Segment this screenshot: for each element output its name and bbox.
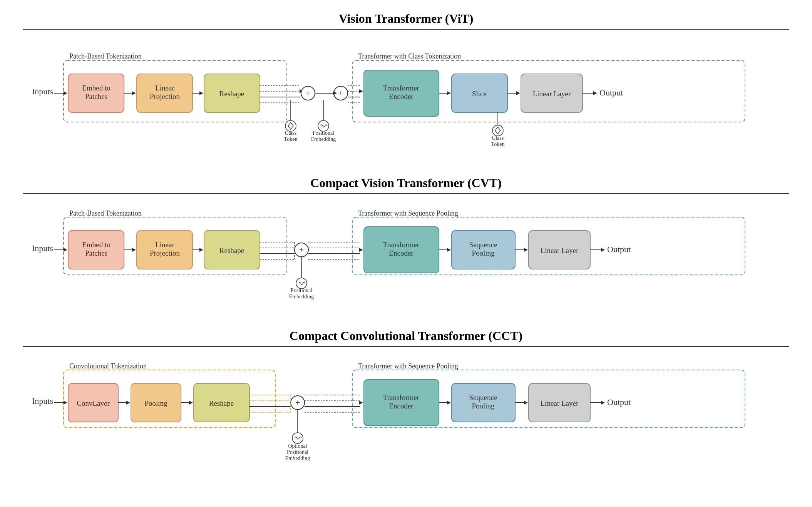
svg-marker-70	[132, 248, 136, 252]
svg-text:Inputs: Inputs	[32, 243, 53, 253]
svg-text:+: +	[299, 245, 303, 254]
svg-marker-108	[601, 248, 605, 252]
svg-text:+: +	[338, 88, 343, 98]
svg-text:Reshape: Reshape	[219, 90, 244, 98]
vit-trans-group-label: Transformer with Class Tokenization	[358, 52, 461, 60]
svg-text:Transformer: Transformer	[383, 241, 419, 249]
svg-text:Convolutional Tokenization: Convolutional Tokenization	[69, 362, 147, 370]
svg-text:Linear Layer: Linear Layer	[540, 246, 578, 254]
vit-section: Vision Transformer (ViT) Patch-Based Tok…	[23, 8, 789, 168]
svg-text:Embed to: Embed to	[82, 241, 110, 249]
cct-title: Compact Convolutional Transformer (CCT)	[23, 325, 789, 343]
svg-text:Token: Token	[284, 136, 297, 142]
svg-marker-45	[447, 91, 451, 95]
svg-text:Transformer: Transformer	[383, 84, 419, 92]
svg-text:Encoder: Encoder	[389, 402, 414, 410]
svg-marker-158	[601, 401, 605, 405]
svg-text:Slice: Slice	[472, 90, 487, 98]
svg-marker-116	[64, 401, 67, 405]
svg-text:Inputs: Inputs	[32, 396, 53, 406]
svg-marker-99	[447, 248, 451, 252]
svg-text:Linear: Linear	[155, 84, 174, 92]
svg-marker-54	[516, 91, 520, 95]
svg-text:Sequence: Sequence	[469, 241, 497, 249]
cvt-title: Compact Vision Transformer (CVT)	[23, 172, 789, 190]
svg-text:ConvLayer: ConvLayer	[77, 399, 110, 407]
svg-text:+: +	[305, 88, 310, 98]
cct-section: Compact Convolutional Transformer (CCT) …	[23, 325, 789, 478]
cvt-section: Compact Vision Transformer (CVT) Patch-B…	[23, 172, 789, 321]
vit-inputs-label: Inputs	[32, 87, 53, 96]
cvt-diagram: Patch-Based Tokenization Transformer wit…	[25, 206, 787, 321]
svg-marker-8	[132, 91, 136, 95]
svg-marker-149	[447, 401, 451, 405]
svg-text:Embedding: Embedding	[285, 455, 310, 461]
vit-title: Vision Transformer (ViT)	[23, 8, 789, 26]
svg-text:Reshape: Reshape	[219, 246, 244, 254]
svg-text:Reshape: Reshape	[209, 399, 233, 407]
svg-text:Projection: Projection	[149, 92, 180, 100]
svg-text:Linear Layer: Linear Layer	[532, 90, 571, 98]
vit-diagram: Patch-Based Tokenization Transformer wit…	[25, 41, 787, 168]
svg-text:Optional: Optional	[288, 443, 307, 449]
svg-text:Sequence: Sequence	[469, 393, 497, 402]
svg-text:+: +	[295, 398, 300, 407]
svg-marker-65	[64, 248, 67, 252]
vit-divider	[23, 29, 789, 30]
svg-marker-40	[359, 89, 363, 93]
svg-text:Encoder: Encoder	[389, 92, 414, 100]
svg-text:Linear Layer: Linear Layer	[540, 399, 578, 407]
svg-text:Positional: Positional	[312, 130, 334, 136]
cct-divider	[23, 346, 789, 347]
svg-marker-154	[524, 401, 528, 405]
vit-patch-group-label: Patch-Based Tokenization	[69, 52, 142, 60]
svg-text:Pooling: Pooling	[472, 249, 495, 257]
svg-text:Pooling: Pooling	[472, 402, 495, 410]
svg-text:Class: Class	[285, 130, 296, 136]
svg-text:Patches: Patches	[85, 249, 107, 257]
svg-text:Class: Class	[492, 135, 503, 141]
svg-text:Positional: Positional	[290, 288, 312, 293]
svg-text:Linear: Linear	[155, 241, 174, 249]
svg-marker-94	[359, 248, 363, 252]
svg-text:Transformer: Transformer	[383, 393, 419, 402]
svg-marker-58	[593, 91, 597, 95]
svg-marker-75	[199, 248, 203, 252]
svg-text:Token: Token	[491, 141, 504, 147]
svg-text:Output: Output	[607, 244, 631, 254]
svg-text:Patch-Based Tokenization: Patch-Based Tokenization	[69, 209, 142, 217]
svg-text:Pooling: Pooling	[144, 399, 167, 407]
svg-marker-104	[524, 248, 528, 252]
svg-text:Embedding: Embedding	[289, 294, 314, 300]
svg-marker-3	[64, 91, 67, 95]
svg-marker-124	[189, 401, 193, 405]
svg-text:Embed to: Embed to	[82, 84, 110, 92]
svg-text:Patches: Patches	[85, 92, 107, 100]
svg-text:Embedding: Embedding	[311, 136, 336, 142]
svg-marker-144	[359, 401, 363, 405]
svg-text:Projection: Projection	[149, 249, 180, 257]
cvt-divider	[23, 193, 789, 194]
svg-text:Output: Output	[607, 397, 631, 407]
svg-text:Transformer with Sequence Pool: Transformer with Sequence Pooling	[358, 209, 458, 217]
svg-marker-120	[126, 401, 130, 405]
svg-marker-13	[199, 91, 203, 95]
svg-text:Positional: Positional	[286, 449, 308, 455]
cct-diagram: Convolutional Tokenization Transformer w…	[25, 358, 787, 478]
vit-output-label: Output	[599, 88, 623, 97]
svg-text:Encoder: Encoder	[389, 249, 414, 257]
svg-text:Transformer with Sequence Pool: Transformer with Sequence Pooling	[358, 362, 458, 370]
